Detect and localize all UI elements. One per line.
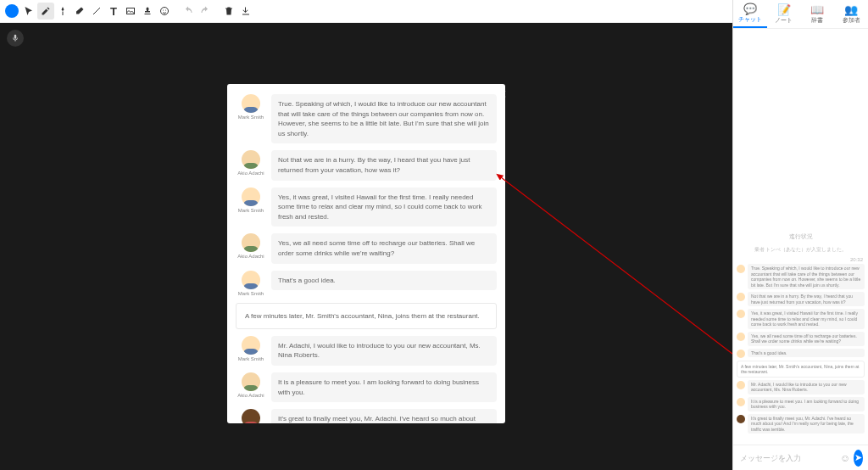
speaker-name: Mark Smith <box>238 291 264 296</box>
svg-point-1 <box>161 8 169 15</box>
message-bubble: Yes, it was great, I visited Hawaii for … <box>271 187 497 227</box>
redo-icon[interactable] <box>197 3 214 20</box>
mini-message-row: True. Speaking of which, I would like to… <box>737 264 865 289</box>
tab-icon: 💬 <box>743 3 757 14</box>
mini-avatar <box>737 265 745 273</box>
image-tool-icon[interactable] <box>122 3 139 20</box>
conversation-modal: Mark SmithTrue. Speaking of which, I wou… <box>227 84 505 423</box>
mini-avatar <box>737 293 745 301</box>
avatar <box>242 271 260 289</box>
message-row: Mark SmithTrue. Speaking of which, I wou… <box>236 94 497 143</box>
message-row: Mark SmithMr. Adachi, I would like to in… <box>236 336 497 366</box>
avatar <box>242 94 260 113</box>
message-bubble: It's great to finally meet you, Mr. Adac… <box>271 409 497 423</box>
mini-avatar <box>737 350 745 358</box>
avatar <box>242 409 260 423</box>
svg-point-2 <box>163 10 164 11</box>
send-button[interactable]: ➤ <box>854 450 863 467</box>
message-row: NinaIt's great to finally meet you, Mr. … <box>236 409 497 423</box>
tab-辞書[interactable]: 📖辞書 <box>801 0 835 28</box>
mini-bubble: It is a pleasure to meet you. I am looki… <box>748 397 865 411</box>
tab-label: 参加者 <box>843 16 860 25</box>
message-row: Akio AdachiNot that we are in a hurry. B… <box>236 150 497 180</box>
pen-tool-icon[interactable] <box>54 3 71 20</box>
speaker-name: Mark Smith <box>238 208 264 213</box>
tab-icon: 📝 <box>777 4 791 15</box>
download-icon[interactable] <box>237 3 254 20</box>
tab-icon: 📖 <box>810 4 824 15</box>
emoji-tool-icon[interactable] <box>156 3 173 20</box>
svg-point-3 <box>165 10 166 11</box>
mini-bubble: That's a good idea. <box>748 349 865 358</box>
message-bubble: It is a pleasure to meet you. I am looki… <box>271 372 497 402</box>
avatar <box>242 233 260 252</box>
speaker-name: Mark Smith <box>238 356 264 361</box>
narration-text: A few minutes later, Mr. Smith's account… <box>236 303 497 329</box>
mini-avatar <box>737 310 745 318</box>
tab-label: ノート <box>775 16 793 25</box>
pencil-tool-icon[interactable] <box>37 3 54 20</box>
svg-line-4 <box>501 177 732 354</box>
mini-message-row: Yes, it was great, I visited Hawaii for … <box>737 309 865 329</box>
speaker-name: Akio Adachi <box>237 171 264 176</box>
mini-avatar <box>737 381 745 389</box>
emoji-picker-icon[interactable]: ☺ <box>840 452 850 464</box>
message-bubble: Not that we are in a hurry. By the way, … <box>271 150 497 180</box>
message-bubble: Yes, we all need some time off to rechar… <box>271 233 497 263</box>
brand-circle-icon[interactable] <box>5 4 19 18</box>
mini-message-row: That's a good idea. <box>737 349 865 358</box>
chat-input-bar: ☺ ➤ <box>733 445 868 470</box>
mic-button[interactable] <box>7 30 24 47</box>
mini-message-row: Yes, we all need some time off to rechar… <box>737 332 865 346</box>
tab-label: チャット <box>738 15 762 24</box>
message-row: Mark SmithThat's a good idea. <box>236 271 497 296</box>
whiteboard-canvas[interactable]: ✕ Mark SmithTrue. Speaking of which, I w… <box>0 23 732 470</box>
eraser-tool-icon[interactable] <box>71 3 88 20</box>
tab-ノート[interactable]: 📝ノート <box>767 0 801 28</box>
speaker-name: Akio Adachi <box>237 393 264 398</box>
chat-timestamp: 20:32 <box>733 254 868 264</box>
stamp-tool-icon[interactable] <box>139 3 156 20</box>
avatar <box>242 187 260 206</box>
message-row: Akio AdachiIt is a pleasure to meet you.… <box>236 372 497 402</box>
cursor-tool-icon[interactable] <box>20 3 37 20</box>
message-row: Akio AdachiYes, we all need some time of… <box>236 233 497 263</box>
speaker-name: Mark Smith <box>238 115 264 120</box>
mini-message-row: It is a pleasure to meet you. I am looki… <box>737 397 865 411</box>
text-tool-icon[interactable]: T <box>105 3 122 20</box>
mini-avatar <box>737 333 745 341</box>
tab-label: 辞書 <box>811 16 823 25</box>
message-bubble: That's a good idea. <box>271 271 497 291</box>
tab-参加者[interactable]: 👥参加者 <box>834 0 868 28</box>
chat-input[interactable] <box>738 453 837 463</box>
trash-icon[interactable] <box>220 3 237 20</box>
undo-icon[interactable] <box>180 3 197 20</box>
mini-avatar <box>737 398 745 406</box>
avatar <box>242 150 260 169</box>
mini-bubble: Not that we are in a hurry. By the way, … <box>748 292 865 306</box>
mini-message-row: It's great to finally meet you, Mr. Adac… <box>737 414 865 434</box>
speaker-name: Akio Adachi <box>237 254 264 259</box>
line-tool-icon[interactable] <box>88 3 105 20</box>
mini-bubble: Yes, it was great, I visited Hawaii for … <box>748 309 865 329</box>
status-line: 業者 トンぺ（あなた）が入室しました。 <box>733 246 868 254</box>
right-panel: 💬チャット📝ノート📖辞書👥参加者 進行状況 業者 トンぺ（あなた）が入室しました… <box>732 0 868 470</box>
status-title: 進行状況 <box>733 232 868 241</box>
tab-icon: 👥 <box>844 4 858 15</box>
mini-bubble: Yes, we all need some time off to rechar… <box>748 332 865 346</box>
message-row: Mark SmithYes, it was great, I visited H… <box>236 187 497 227</box>
avatar <box>242 336 260 355</box>
mini-bubble: Mr. Adachi, I would like to introduce to… <box>748 380 865 394</box>
message-bubble: Mr. Adachi, I would like to introduce to… <box>271 336 497 366</box>
mini-bubble: True. Speaking of which, I would like to… <box>748 264 865 289</box>
mini-message-row: Mr. Adachi, I would like to introduce to… <box>737 380 865 394</box>
message-bubble: True. Speaking of which, I would like to… <box>271 94 497 143</box>
mini-bubble: It's great to finally meet you, Mr. Adac… <box>748 414 865 434</box>
mini-avatar <box>737 415 745 423</box>
avatar <box>242 372 260 391</box>
tab-チャット[interactable]: 💬チャット <box>733 0 767 28</box>
mini-narration: A few minutes later, Mr. Smith's account… <box>737 361 865 378</box>
mini-message-row: Not that we are in a hurry. By the way, … <box>737 292 865 306</box>
